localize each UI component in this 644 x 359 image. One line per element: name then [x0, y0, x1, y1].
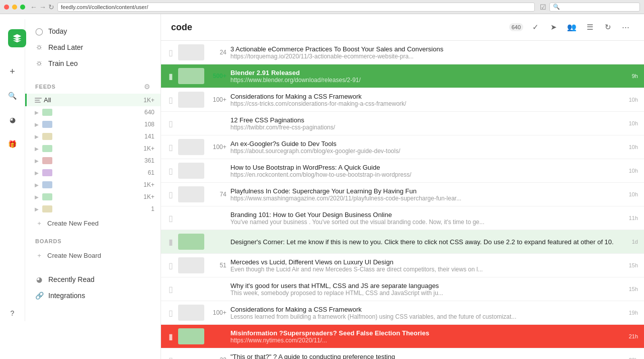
feeds-gear-icon[interactable]: ⚙: [144, 83, 150, 91]
article-bookmark-icon[interactable]: ▮: [167, 238, 174, 245]
browser-close-btn[interactable]: [4, 5, 9, 10]
article-time: 11h: [629, 215, 638, 221]
browser-url-text: feedly.com/i/collection/content/user/: [61, 4, 148, 10]
feed-count-3: 141: [144, 133, 154, 140]
article-title: 12 Free CSS Paginations: [230, 116, 621, 124]
article-row[interactable]: ▯243 Actionable eCommerce Practices To B…: [161, 41, 644, 64]
feed-item-1[interactable]: ► 640: [25, 106, 160, 118]
article-time: 23h: [629, 357, 638, 359]
article-content: 12 Free CSS Paginationshttps://twibbr.co…: [230, 116, 621, 131]
app-logo[interactable]: [8, 29, 26, 47]
feed-item-3[interactable]: ► 141: [25, 130, 160, 142]
article-row[interactable]: ▯100+Considerations for Making a CSS Fra…: [161, 301, 644, 325]
sidebar-label-train-leo: Train Leo: [48, 59, 78, 67]
article-row[interactable]: ▯Branding 101: How to Get Your Design Bu…: [161, 206, 644, 230]
browser-back-icon[interactable]: ←: [30, 3, 37, 11]
feed-item-all[interactable]: All 1K+: [25, 94, 160, 106]
sidebar-item-recently-read[interactable]: ◕ Recently Read: [25, 271, 160, 288]
article-time: 10h: [629, 120, 638, 126]
article-row[interactable]: ▯32"This or that?" ? A guide to conducti…: [161, 348, 644, 359]
chevron-right-icon-1: ►: [33, 109, 40, 116]
browser-search-bar[interactable]: 🔍: [549, 3, 640, 12]
sidebar-item-train-leo[interactable]: ⛭ Train Leo: [25, 55, 160, 71]
sidebar-item-today[interactable]: ◯ Today: [25, 23, 160, 39]
feed-item-7[interactable]: ► 1K+: [25, 179, 160, 191]
article-row[interactable]: ▯How to Use Bootstrap in WordPress: A Qu…: [161, 159, 644, 183]
feed-item-2[interactable]: ► 108: [25, 118, 160, 130]
article-row[interactable]: ▮500+Blender 2.91 Releasedhttps://www.bl…: [161, 64, 644, 88]
add-button[interactable]: +: [5, 63, 21, 80]
browser-max-btn[interactable]: [20, 5, 25, 10]
article-bookmark-icon[interactable]: ▯: [167, 309, 174, 316]
create-feed-label: Create New Feed: [47, 220, 99, 227]
article-title: Considerations for Making a CSS Framewor…: [230, 93, 621, 100]
browser-min-btn[interactable]: [12, 5, 17, 10]
chevron-right-icon-6: ►: [33, 169, 40, 176]
feed-item-9[interactable]: ► 1: [25, 203, 160, 215]
article-content: Blender 2.91 Releasedhttps://www.blender…: [230, 69, 624, 84]
refresh-button[interactable]: ↻: [600, 19, 616, 35]
article-bookmark-icon[interactable]: ▯: [167, 120, 174, 127]
article-bookmark-icon[interactable]: ▮: [167, 73, 174, 80]
article-bookmark-icon[interactable]: ▯: [167, 96, 174, 103]
article-bookmark-icon[interactable]: ▯: [167, 191, 174, 198]
history-button[interactable]: ◕: [5, 112, 21, 128]
browser-refresh-icon[interactable]: ↻: [48, 3, 54, 11]
article-row[interactable]: ▯51Mercedes vs Lucid, Different Views on…: [161, 254, 644, 277]
article-bookmark-icon[interactable]: ▯: [167, 285, 174, 293]
article-thumbnail: [178, 44, 204, 60]
feeds-section-label: FEEDS: [35, 84, 56, 90]
view-options-button[interactable]: ☰: [582, 19, 598, 35]
share-button[interactable]: ➤: [545, 19, 561, 35]
clock-icon: ◕: [10, 116, 16, 124]
article-count: 500+: [208, 73, 226, 80]
link-nav-icon: 🔗: [35, 292, 43, 300]
feed-item-8[interactable]: ► 1K+: [25, 191, 160, 203]
article-content: Mercedes vs Lucid, Different Views on Lu…: [230, 258, 621, 273]
feed-count-5: 361: [144, 157, 154, 164]
article-row[interactable]: ▯Why it's good for users that HTML, CSS …: [161, 277, 644, 301]
gift-icon: 🎁: [8, 140, 17, 148]
feed-item-4[interactable]: ► 1K+: [25, 142, 160, 155]
plus-feed-icon: +: [35, 219, 43, 227]
article-row[interactable]: ▯12 Free CSS Paginationshttps://twibbr.c…: [161, 112, 644, 135]
feed-item-6[interactable]: ► 61: [25, 167, 160, 179]
article-bookmark-icon[interactable]: ▯: [167, 214, 174, 222]
article-bookmark-icon[interactable]: ▯: [167, 143, 174, 151]
create-board-button[interactable]: + Create New Board: [25, 247, 160, 263]
more-options-button[interactable]: ⋯: [618, 19, 634, 35]
search-button[interactable]: 🔍: [5, 88, 21, 104]
feed-item-5[interactable]: ► 361: [25, 155, 160, 167]
plus-icon: +: [10, 66, 15, 77]
mark-all-read-button[interactable]: ✓: [527, 19, 543, 35]
feed-thumb-5: [42, 157, 52, 164]
integrations-label: Integrations: [48, 292, 85, 300]
app-container: + 🔍 ◕ 🎁 ? ◯: [0, 14, 644, 359]
article-title: Mercedes vs Lucid, Different Views on Lu…: [230, 258, 621, 266]
article-bookmark-icon[interactable]: ▯: [167, 167, 174, 174]
feed-thumb-3: [42, 133, 52, 140]
article-bookmark-icon[interactable]: ▯: [167, 262, 174, 269]
sidebar-item-integrations[interactable]: 🔗 Integrations: [25, 288, 160, 304]
team-button[interactable]: 👥: [564, 19, 580, 35]
article-row[interactable]: ▮Misinformation ?Superspreaders? Seed Fa…: [161, 325, 644, 348]
browser-url-bar[interactable]: feedly.com/i/collection/content/user/: [57, 3, 535, 12]
sidebar-item-read-later[interactable]: ⛭ Read Later: [25, 39, 160, 55]
create-feed-button[interactable]: + Create New Feed: [25, 215, 160, 231]
gift-button[interactable]: 🎁: [5, 136, 21, 152]
help-button[interactable]: ?: [5, 305, 21, 321]
article-row[interactable]: ▯100+An ex-Googler?s Guide to Dev Toolsh…: [161, 135, 644, 159]
article-bookmark-icon[interactable]: ▯: [167, 49, 174, 56]
browser-forward-icon[interactable]: →: [39, 3, 46, 11]
article-row[interactable]: ▯100+Considerations for Making a CSS Fra…: [161, 88, 644, 112]
article-row[interactable]: ▯74Playfulness In Code: Supercharge Your…: [161, 183, 644, 206]
all-feeds-icon: [35, 97, 42, 104]
article-row[interactable]: ▮Designer's Corner: Let me know if this …: [161, 230, 644, 254]
article-bookmark-icon[interactable]: ▮: [167, 333, 174, 340]
browser-bookmark-icon[interactable]: ☑: [540, 3, 546, 11]
article-time: 19h: [629, 310, 638, 316]
article-bookmark-icon[interactable]: ▯: [167, 356, 174, 359]
feed-thumb-6: [42, 169, 52, 176]
boards-section-header: BOARDS: [25, 235, 160, 247]
article-title: "This or that?" ? A guide to conducting …: [230, 353, 621, 360]
